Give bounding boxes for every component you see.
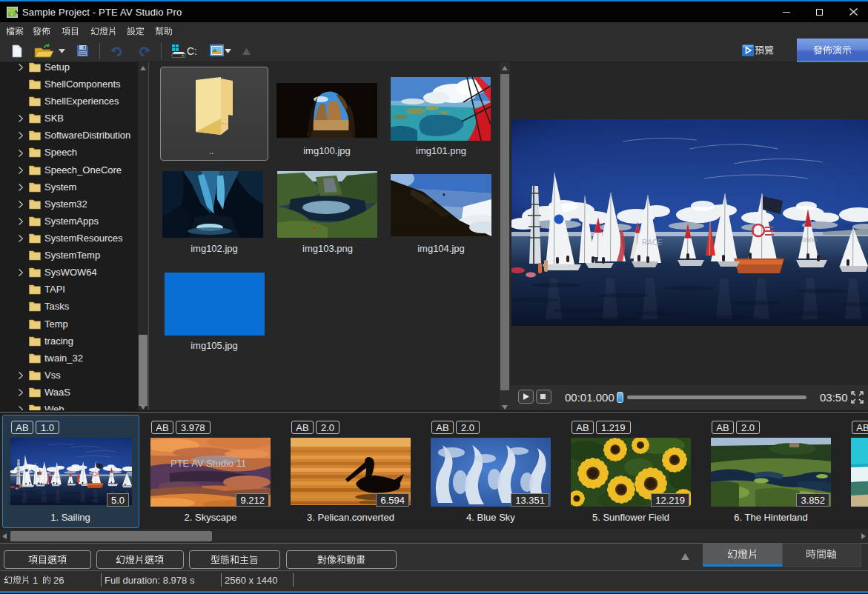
svg-text:0900: 0900 [802,236,817,244]
svg-text:PTE AV Studio 11: PTE AV Studio 11 [170,458,246,469]
svg-text:RACE: RACE [642,238,663,247]
